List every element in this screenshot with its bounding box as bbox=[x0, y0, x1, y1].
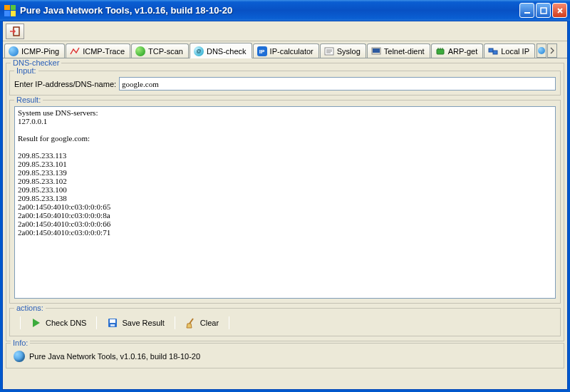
minimize-button[interactable] bbox=[519, 3, 534, 18]
button-label: Clear bbox=[200, 319, 219, 327]
tab-label: DNS-check bbox=[207, 47, 247, 56]
telnet-icon bbox=[371, 46, 381, 56]
button-label: Check DNS bbox=[46, 319, 86, 327]
svg-rect-0 bbox=[524, 12, 530, 14]
svg-line-21 bbox=[190, 319, 193, 324]
info-text: Pure Java Network Tools, v1.0.16, build … bbox=[29, 352, 200, 361]
svg-marker-17 bbox=[33, 319, 40, 327]
input-legend: Input: bbox=[14, 66, 38, 75]
maximize-button[interactable] bbox=[536, 3, 551, 18]
separator bbox=[20, 316, 21, 329]
tab-ip-calculator[interactable]: IP IP-calculator bbox=[253, 43, 319, 58]
save-icon bbox=[107, 317, 118, 329]
input-label: Enter IP-address/DNS-name: bbox=[14, 80, 116, 88]
title-bar: Pure Java Network Tools, v1.0.16, build … bbox=[0, 0, 570, 21]
tab-label: ICMP-Trace bbox=[83, 47, 125, 56]
green-dot-icon bbox=[135, 46, 145, 56]
separator bbox=[229, 316, 229, 329]
tab-tcp-scan[interactable]: TCP-scan bbox=[131, 43, 189, 58]
exit-button[interactable] bbox=[6, 24, 24, 39]
save-result-button[interactable]: Save Result bbox=[103, 316, 168, 330]
tab-label: Syslog bbox=[337, 47, 361, 56]
info-legend: Info: bbox=[11, 339, 30, 347]
result-legend: Result: bbox=[14, 96, 43, 104]
svg-rect-1 bbox=[541, 8, 546, 14]
local-ip-icon bbox=[488, 46, 498, 56]
tab-label: TCP-scan bbox=[148, 47, 183, 56]
syslog-icon bbox=[324, 46, 334, 56]
globe-icon bbox=[14, 351, 25, 362]
clear-button[interactable]: Clear bbox=[181, 316, 223, 330]
top-toolbar bbox=[3, 21, 567, 41]
svg-rect-11 bbox=[437, 49, 444, 54]
dns-checker-group: DNS-checker Input: Enter IP-address/DNS-… bbox=[6, 63, 564, 341]
globe-icon bbox=[9, 46, 19, 56]
exit-icon bbox=[9, 26, 21, 37]
tab-telnet-client[interactable]: Telnet-dient bbox=[367, 43, 430, 58]
close-button[interactable] bbox=[552, 3, 567, 18]
info-group: Info: Pure Java Network Tools, v1.0.16, … bbox=[6, 343, 564, 368]
dns-name-input[interactable] bbox=[119, 77, 556, 91]
chevron-right-icon bbox=[550, 47, 554, 54]
blue-dot-icon bbox=[538, 47, 545, 54]
tab-arp-get[interactable]: ARP-get bbox=[431, 43, 484, 58]
svg-rect-20 bbox=[110, 324, 115, 326]
result-group: Result: System use DNS-servers: 127.0.0.… bbox=[9, 100, 561, 304]
tab-label: ICMP-Ping bbox=[21, 47, 59, 56]
client-area: ICMP-Ping ICMP-Trace TCP-scan @ DNS-chec… bbox=[2, 21, 568, 390]
play-icon bbox=[31, 317, 42, 329]
arp-icon bbox=[435, 46, 445, 56]
dns-icon: @ bbox=[194, 46, 204, 56]
separator bbox=[96, 316, 97, 329]
tab-label: Telnet-dient bbox=[384, 47, 425, 56]
svg-rect-10 bbox=[373, 48, 380, 53]
result-output[interactable]: System use DNS-servers: 127.0.0.1 Result… bbox=[14, 106, 556, 299]
tab-scroll-right[interactable] bbox=[537, 43, 546, 58]
svg-rect-19 bbox=[110, 319, 115, 323]
svg-rect-15 bbox=[489, 48, 493, 52]
trace-icon bbox=[70, 46, 80, 56]
svg-rect-16 bbox=[493, 51, 497, 54]
broom-icon bbox=[185, 317, 197, 329]
tab-label: IP-calculator bbox=[270, 47, 314, 56]
tab-icmp-ping[interactable]: ICMP-Ping bbox=[4, 43, 65, 58]
input-group: Input: Enter IP-address/DNS-name: bbox=[9, 71, 561, 96]
ip-icon: IP bbox=[257, 46, 267, 56]
button-label: Save Result bbox=[122, 319, 164, 327]
svg-marker-22 bbox=[187, 324, 192, 328]
tab-dns-check[interactable]: @ DNS-check bbox=[190, 43, 252, 58]
tab-label: ARP-get bbox=[448, 47, 478, 56]
tab-syslog[interactable]: Syslog bbox=[320, 43, 366, 58]
tab-local-ip[interactable]: Local IP bbox=[484, 43, 535, 58]
separator bbox=[175, 316, 175, 329]
tab-strip: ICMP-Ping ICMP-Trace TCP-scan @ DNS-chec… bbox=[3, 41, 567, 58]
tab-scroll-arrow[interactable] bbox=[547, 43, 557, 58]
window-title: Pure Java Network Tools, v1.0.16, build … bbox=[20, 5, 519, 16]
app-icon bbox=[4, 5, 16, 16]
tab-label: Local IP bbox=[501, 47, 529, 56]
actions-legend: actions: bbox=[14, 304, 46, 312]
check-dns-button[interactable]: Check DNS bbox=[26, 316, 90, 330]
window-controls bbox=[519, 3, 567, 18]
tab-icmp-trace[interactable]: ICMP-Trace bbox=[66, 43, 130, 58]
actions-group: actions: Check DNS Save Result Clear bbox=[9, 308, 561, 336]
